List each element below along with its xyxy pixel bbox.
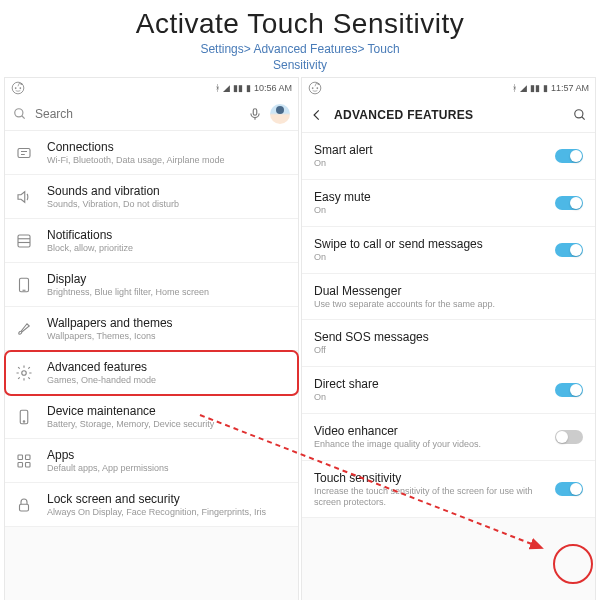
settings-item-apps[interactable]: AppsDefault apps, App permissions: [5, 439, 298, 483]
status-time: 11:57 AM: [551, 83, 589, 93]
toggle-smart-alert[interactable]: [555, 149, 583, 163]
svg-rect-19: [18, 462, 23, 467]
svg-point-26: [575, 110, 583, 118]
status-time: 10:56 AM: [254, 83, 292, 93]
toggle-swipe-call[interactable]: [555, 243, 583, 257]
toggle-touch-sensitivity[interactable]: [555, 482, 583, 496]
breadcrumb: Settings> Advanced Features> Touch Sensi…: [0, 42, 600, 73]
advanced-list: Smart alertOn Easy muteOn Swipe to call …: [302, 133, 595, 518]
settings-item-sounds[interactable]: Sounds and vibrationSounds, Vibration, D…: [5, 175, 298, 219]
search-icon[interactable]: [573, 108, 587, 122]
battery-icon: ▮: [246, 83, 251, 93]
svg-point-24: [316, 87, 318, 89]
settings-item-advanced-features[interactable]: Advanced featuresGames, One-handed mode: [5, 351, 298, 395]
search-input[interactable]: [35, 107, 240, 121]
reddit-icon: [308, 81, 322, 95]
svg-point-23: [312, 87, 314, 89]
settings-item-wallpapers[interactable]: Wallpapers and themesWallpapers, Themes,…: [5, 307, 298, 351]
item-smart-alert[interactable]: Smart alertOn: [302, 133, 595, 180]
wifi-icon: ◢: [520, 83, 527, 93]
tutorial-header: Activate Touch Sensitivity Settings> Adv…: [0, 0, 600, 77]
highlight-circle: [553, 544, 593, 584]
svg-rect-8: [18, 148, 30, 157]
item-touch-sensitivity[interactable]: Touch sensitivityIncrease the touch sens…: [302, 461, 595, 519]
svg-point-2: [19, 87, 21, 89]
toggle-direct-share[interactable]: [555, 383, 583, 397]
svg-point-1: [15, 87, 17, 89]
gear-icon: [15, 364, 33, 382]
mic-icon[interactable]: [248, 107, 262, 121]
battery-icon: ▮: [543, 83, 548, 93]
svg-point-16: [23, 420, 25, 422]
notifications-icon: [15, 232, 33, 250]
bluetooth-icon: ᚼ: [512, 83, 517, 93]
item-send-sos[interactable]: Send SOS messagesOff: [302, 320, 595, 367]
settings-item-notifications[interactable]: NotificationsBlock, allow, prioritize: [5, 219, 298, 263]
lock-icon: [15, 496, 33, 514]
toggle-video-enhancer[interactable]: [555, 430, 583, 444]
speaker-icon: [15, 188, 33, 206]
item-video-enhancer[interactable]: Video enhancerEnhance the image quality …: [302, 414, 595, 461]
settings-item-device-maintenance[interactable]: Device maintenanceBattery, Storage, Memo…: [5, 395, 298, 439]
item-dual-messenger[interactable]: Dual MessengerUse two separate accounts …: [302, 274, 595, 321]
reddit-icon: [11, 81, 25, 95]
settings-item-display[interactable]: DisplayBrightness, Blue light filter, Ho…: [5, 263, 298, 307]
apps-icon: [15, 452, 33, 470]
advanced-features-screen: ᚼ ◢ ▮▮ ▮ 11:57 AM ADVANCED FEATURES Smar…: [301, 77, 596, 600]
settings-item-connections[interactable]: ConnectionsWi-Fi, Bluetooth, Data usage,…: [5, 131, 298, 175]
wifi-icon: ◢: [223, 83, 230, 93]
search-icon: [13, 107, 27, 121]
svg-rect-21: [20, 504, 29, 511]
settings-list: ConnectionsWi-Fi, Bluetooth, Data usage,…: [5, 131, 298, 527]
settings-screen: ᚼ ◢ ▮▮ ▮ 10:56 AM ConnectionsWi-Fi, Blue…: [4, 77, 299, 600]
bluetooth-icon: ᚼ: [215, 83, 220, 93]
svg-rect-9: [18, 235, 30, 247]
connections-icon: [15, 144, 33, 162]
svg-line-27: [582, 117, 585, 120]
item-swipe-call[interactable]: Swipe to call or send messagesOn: [302, 227, 595, 274]
display-icon: [15, 276, 33, 294]
svg-point-14: [22, 370, 27, 375]
item-easy-mute[interactable]: Easy muteOn: [302, 180, 595, 227]
item-direct-share[interactable]: Direct shareOn: [302, 367, 595, 414]
svg-rect-18: [26, 455, 31, 460]
settings-item-lock-screen[interactable]: Lock screen and securityAlways On Displa…: [5, 483, 298, 527]
svg-line-5: [22, 116, 25, 119]
svg-point-4: [15, 109, 23, 117]
device-icon: [15, 408, 33, 426]
signal-icon: ▮▮: [530, 83, 540, 93]
page-title: Activate Touch Sensitivity: [0, 8, 600, 40]
svg-rect-17: [18, 455, 23, 460]
avatar[interactable]: [270, 104, 290, 124]
svg-rect-6: [253, 109, 257, 115]
search-bar[interactable]: [5, 98, 298, 131]
toggle-easy-mute[interactable]: [555, 196, 583, 210]
svg-rect-20: [26, 462, 31, 467]
status-bar: ᚼ ◢ ▮▮ ▮ 10:56 AM: [5, 78, 298, 98]
back-icon[interactable]: [310, 108, 324, 122]
signal-icon: ▮▮: [233, 83, 243, 93]
status-bar: ᚼ ◢ ▮▮ ▮ 11:57 AM: [302, 78, 595, 98]
brush-icon: [15, 320, 33, 338]
screen-header: ADVANCED FEATURES: [302, 98, 595, 133]
screen-title: ADVANCED FEATURES: [334, 108, 563, 122]
